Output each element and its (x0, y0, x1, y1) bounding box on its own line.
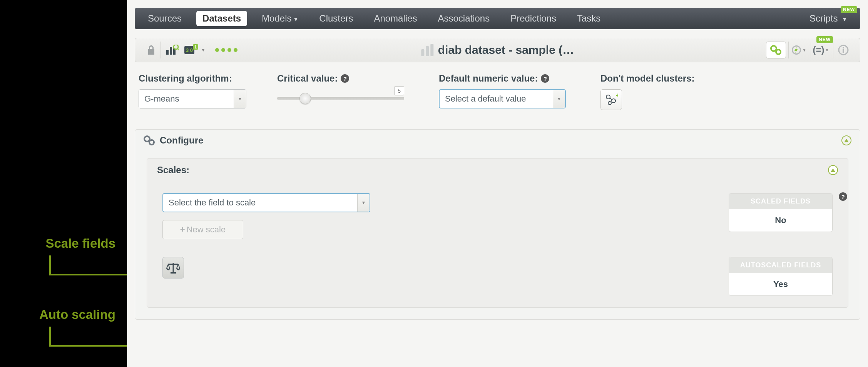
tab-models[interactable]: Models▼ (256, 11, 304, 26)
new-badge: NEW (816, 36, 833, 43)
dont-model-button[interactable]: + (600, 89, 622, 110)
chevron-down-icon: ▼ (803, 48, 806, 52)
critical-label-text: Critical value: (277, 73, 338, 84)
dataset-toolbar: 3 01 ▼ diab dataset - sample (… ▼ (≡) ▼ … (135, 38, 860, 62)
lock-icon (147, 45, 156, 55)
histogram-icon-button[interactable] (163, 42, 181, 58)
chevron-down-icon: ▼ (825, 48, 829, 52)
tab-clusters[interactable]: Clusters (313, 11, 359, 26)
info-button[interactable] (833, 42, 853, 58)
autoscaled-fields-box: AUTOSCALED FIELDS Yes (729, 257, 833, 296)
configure-title: Configure (160, 135, 203, 146)
bars-icon (421, 44, 433, 56)
histogram-icon (166, 45, 179, 55)
annotation-connector (49, 327, 51, 347)
scales-panel-header[interactable]: Scales: (147, 158, 848, 182)
algorithm-select-value: G-means (144, 94, 179, 104)
svg-point-16 (608, 102, 611, 105)
svg-rect-1 (170, 47, 172, 55)
svg-line-17 (610, 98, 612, 100)
progress-dots (215, 48, 237, 52)
help-icon[interactable]: ? (541, 74, 549, 83)
svg-point-20 (149, 140, 154, 145)
svg-point-19 (144, 136, 150, 142)
annotation-scale-fields: Scale fields (15, 236, 115, 251)
collapse-icon[interactable] (828, 165, 838, 175)
svg-point-9 (771, 46, 776, 51)
plus-icon: + (180, 225, 185, 235)
algo-label: Clustering algorithm: (139, 73, 254, 84)
chevron-down-icon: ▼ (201, 48, 206, 52)
slider-value-badge: 5 (394, 86, 404, 95)
svg-point-10 (776, 50, 781, 54)
svg-rect-0 (166, 50, 169, 55)
svg-point-15 (612, 99, 615, 103)
annotation-connector (49, 255, 51, 275)
critical-value-slider[interactable]: 5 (277, 89, 404, 100)
lightning-icon (791, 45, 802, 55)
scaled-fields-value: No (729, 209, 832, 232)
chevron-down-icon: ▼ (842, 16, 847, 22)
chevron-down-icon: ▼ (234, 90, 246, 108)
tab-tasks[interactable]: Tasks (571, 11, 607, 26)
svg-line-26 (178, 264, 180, 268)
tab-scripts-label: Scripts (809, 13, 838, 23)
info-icon (838, 45, 849, 55)
tab-anomalies[interactable]: Anomalies (368, 11, 423, 26)
svg-text:+: + (616, 93, 618, 99)
scales-title: Scales: (157, 165, 189, 175)
svg-rect-13 (843, 49, 844, 53)
tab-datasets[interactable]: Datasets (196, 11, 247, 26)
critical-label: Critical value:? (277, 73, 416, 84)
tab-scripts[interactable]: Scripts ▼ NEW (803, 11, 853, 26)
tab-sources[interactable]: Sources (142, 11, 188, 26)
slider-thumb[interactable] (299, 93, 311, 104)
autoscale-toggle-button[interactable] (162, 257, 184, 279)
svg-text:1: 1 (194, 45, 197, 49)
filter-icon: (≡) (813, 45, 825, 55)
app-root: Sources Datasets Models▼ Clusters Anomal… (127, 0, 868, 367)
scaled-fields-head: SCALED FIELDS (729, 194, 832, 209)
field-to-scale-select[interactable]: Select the field to scale ▼ (162, 193, 370, 212)
main-navbar: Sources Datasets Models▼ Clusters Anomal… (135, 8, 860, 29)
gears-icon (770, 45, 782, 55)
new-scale-label: New scale (187, 225, 226, 235)
default-value-placeholder: Select a default value (445, 94, 526, 104)
cluster-config-row: Clustering algorithm: G-means ▼ Critical… (135, 62, 860, 114)
help-icon[interactable]: ? (839, 192, 847, 201)
chevron-down-icon: ▼ (553, 90, 565, 108)
lightning-button[interactable]: ▼ (788, 42, 808, 58)
tab-models-label: Models (262, 13, 291, 23)
new-badge: NEW (841, 6, 857, 13)
annotation-auto-scaling: Auto scaling (15, 307, 115, 322)
dont-model-label: Don't model clusters: (600, 73, 694, 84)
svg-line-4 (177, 48, 179, 50)
default-numeric-label: Default numeric value:? (439, 73, 577, 84)
version-icon-button[interactable]: 3 01 ▼ (184, 42, 206, 58)
algorithm-select[interactable]: G-means ▼ (139, 89, 246, 108)
collapse-icon[interactable] (841, 135, 851, 145)
field-select-placeholder: Select the field to scale (169, 198, 256, 208)
configure-panel: Configure Scales: Select the field to sc… (135, 129, 860, 320)
svg-point-12 (843, 47, 844, 48)
svg-text:3 0: 3 0 (186, 47, 193, 53)
tab-predictions[interactable]: Predictions (504, 11, 562, 26)
slider-track (277, 97, 404, 100)
gears-config-button[interactable] (766, 42, 786, 58)
svg-line-23 (167, 264, 168, 268)
autoscaled-fields-value: Yes (729, 273, 832, 295)
svg-point-14 (606, 95, 610, 99)
cluster-icon: + (604, 93, 618, 106)
dataset-title: diab dataset - sample (… (421, 43, 574, 57)
scaled-fields-box: SCALED FIELDS No (729, 193, 833, 232)
balance-icon (166, 261, 181, 274)
default-numeric-label-text: Default numeric value: (439, 73, 538, 84)
help-icon[interactable]: ? (341, 74, 349, 83)
tab-associations[interactable]: Associations (431, 11, 496, 26)
lock-icon-button[interactable] (142, 42, 161, 58)
gears-icon (144, 135, 155, 145)
default-value-select[interactable]: Select a default value ▼ (439, 89, 566, 108)
configure-panel-header[interactable]: Configure (135, 130, 860, 151)
filter-button[interactable]: (≡) ▼ NEW (811, 42, 831, 58)
new-scale-button[interactable]: + New scale (162, 220, 243, 239)
